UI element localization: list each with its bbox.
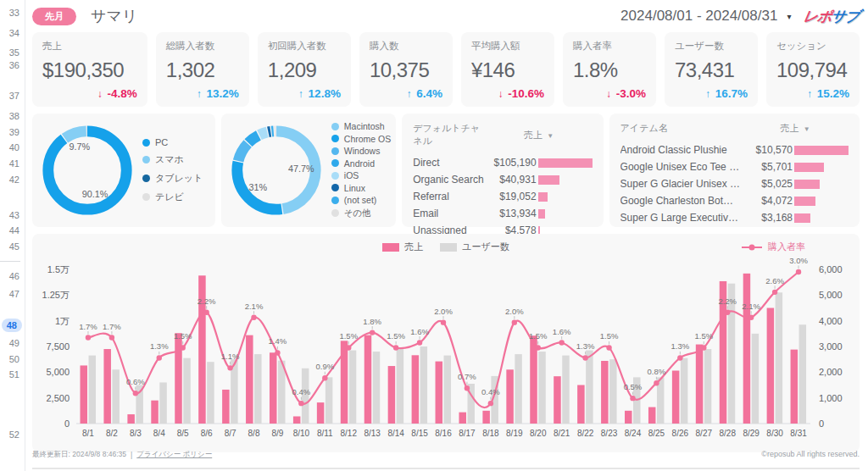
rate-dot bbox=[181, 345, 186, 350]
x-axis-label: 8/18 bbox=[482, 429, 499, 438]
date-range-picker[interactable]: 2024/08/01 - 2024/08/31 ▾ bbox=[620, 8, 791, 25]
right-axis-tick: 6,000 bbox=[819, 264, 843, 274]
rate-data-label: 1.3% bbox=[671, 341, 690, 351]
row-value: $3,168 bbox=[743, 212, 793, 224]
gutter-row-number[interactable]: 49 bbox=[9, 338, 19, 348]
rate-dot bbox=[772, 290, 777, 295]
gutter-row-number[interactable]: 40 bbox=[9, 142, 19, 152]
gutter-row-number[interactable]: 47 bbox=[9, 289, 19, 299]
users-bar bbox=[159, 382, 167, 424]
legend-dot bbox=[331, 172, 339, 180]
legend-dot bbox=[142, 156, 150, 163]
privacy-policy-link[interactable]: プライバシー ポリシー bbox=[136, 450, 212, 460]
kpi-delta: ↑ 15.2% bbox=[807, 87, 849, 100]
rate-dot bbox=[298, 401, 303, 406]
gutter-row-number[interactable]: 48 bbox=[2, 319, 22, 332]
users-bar bbox=[538, 352, 546, 424]
gutter-row-number[interactable]: 45 bbox=[9, 241, 19, 252]
legend-dot bbox=[331, 209, 339, 217]
row-value-bar bbox=[794, 213, 810, 223]
legend-item: テレビ bbox=[142, 191, 203, 203]
rate-dot bbox=[133, 391, 138, 396]
legend-label: Android bbox=[344, 158, 375, 169]
gutter-row-number[interactable]: 38 bbox=[9, 111, 19, 121]
period-badge[interactable]: 先月 bbox=[32, 8, 76, 25]
sales-bar bbox=[81, 365, 88, 424]
gutter-row-number[interactable]: 33 bbox=[9, 8, 19, 18]
x-axis-label: 8/29 bbox=[743, 429, 760, 438]
row-name: Email bbox=[413, 208, 487, 219]
page-break-line bbox=[0, 261, 20, 262]
right-axis-tick: 4,000 bbox=[819, 316, 843, 326]
rate-data-label: 1.5% bbox=[174, 331, 192, 341]
daily-combo-chart[interactable]: 02,5005,0007,5001万1.25万1.5万01,0002,0003,… bbox=[37, 251, 854, 449]
gutter-row-number[interactable]: 50 bbox=[9, 354, 19, 364]
gutter-row-number[interactable]: 35 bbox=[9, 47, 19, 58]
kpi-row: 売上$190,350↓ -4.8%総購入者数1,302↑ 13.2%初回購入者数… bbox=[32, 32, 860, 107]
right-axis-tick: 3,000 bbox=[819, 341, 843, 352]
gutter-row-number[interactable]: 52 bbox=[9, 429, 19, 440]
value-column-header[interactable]: 売上 ▼ bbox=[486, 129, 593, 141]
rate-dot bbox=[157, 355, 162, 360]
legend-item: スマホ bbox=[142, 153, 203, 166]
table-row: Super G Glacier Unisex …$5,025 bbox=[620, 175, 849, 192]
rate-data-label: 2.6% bbox=[765, 276, 784, 285]
table-row: Referral$19,052 bbox=[413, 188, 592, 205]
value-column-header[interactable]: 売上 ▼ bbox=[742, 122, 849, 135]
kpi-card: 初回購入者数1,209↑ 12.8% bbox=[258, 32, 351, 107]
gutter-row-number[interactable]: 44 bbox=[9, 225, 19, 236]
rate-data-label: 1.6% bbox=[553, 327, 571, 336]
table-row: Direct$105,190 bbox=[413, 154, 592, 171]
row-value: $105,190 bbox=[487, 157, 537, 169]
users-bar bbox=[183, 358, 191, 424]
right-axis-tick: 5,000 bbox=[819, 290, 843, 300]
gutter-row-number[interactable]: 46 bbox=[9, 271, 19, 281]
sales-bar bbox=[648, 407, 656, 424]
os-donut-chart[interactable]: 47.7%31% bbox=[226, 120, 326, 220]
row-name: Referral bbox=[413, 191, 487, 202]
x-axis-label: 8/11 bbox=[317, 429, 333, 438]
arrow-down-icon: ↓ bbox=[97, 88, 103, 100]
copyright: ©reposub All rights reserved. bbox=[761, 450, 860, 458]
gutter-row-number[interactable]: 51 bbox=[9, 369, 19, 380]
legend-item: タブレット bbox=[142, 172, 203, 185]
gutter-row-number[interactable]: 36 bbox=[9, 60, 19, 70]
legend-label: スマホ bbox=[155, 153, 184, 166]
table-header: デフォルトチャネル売上 ▼ bbox=[413, 122, 592, 147]
legend-dot bbox=[331, 197, 339, 204]
gutter-row-number[interactable]: 43 bbox=[9, 210, 19, 220]
rate-data-label: 1.5% bbox=[694, 331, 713, 341]
legend-swatch bbox=[382, 243, 399, 252]
reposub-logo[interactable]: レポサブ bbox=[802, 7, 861, 26]
gutter-row-number[interactable]: 41 bbox=[9, 158, 19, 169]
rate-dot bbox=[203, 310, 209, 315]
legend-label: テレビ bbox=[155, 191, 184, 203]
kpi-delta: ↓ -10.6% bbox=[498, 87, 544, 100]
gutter-row-number[interactable]: 34 bbox=[9, 28, 19, 38]
row-value: $10,570 bbox=[743, 144, 793, 156]
rate-dot bbox=[441, 319, 446, 324]
device-donut-chart[interactable]: 90.1%9.7% bbox=[37, 120, 137, 220]
legend-label: PC bbox=[155, 137, 168, 147]
dashboard: 3334353637383940414243444546474849505152… bbox=[0, 0, 868, 471]
gutter-row-number[interactable]: 39 bbox=[9, 127, 19, 137]
kpi-value: 1,209 bbox=[268, 58, 341, 82]
rate-dot bbox=[465, 385, 470, 391]
right-axis-tick: 0 bbox=[819, 418, 824, 429]
x-axis-label: 8/16 bbox=[435, 429, 452, 438]
rate-dot bbox=[275, 350, 280, 355]
row-value: $13,934 bbox=[487, 208, 537, 219]
row-name: Super G Large Executiv… bbox=[620, 212, 743, 224]
left-axis-tick: 0 bbox=[64, 418, 70, 429]
gutter-row-number[interactable]: 42 bbox=[9, 175, 19, 185]
rate-data-label: 2.0% bbox=[434, 307, 453, 316]
gutter-row-number[interactable]: 37 bbox=[9, 91, 19, 101]
rate-data-label: 1.7% bbox=[103, 322, 121, 331]
kpi-label: 売上 bbox=[42, 40, 137, 53]
rate-dot bbox=[109, 335, 114, 340]
rate-line bbox=[88, 272, 798, 407]
x-axis-label: 8/14 bbox=[387, 429, 404, 438]
line-dot-icon bbox=[742, 243, 764, 252]
x-axis-label: 8/9 bbox=[271, 429, 283, 438]
rate-dot bbox=[417, 340, 422, 345]
